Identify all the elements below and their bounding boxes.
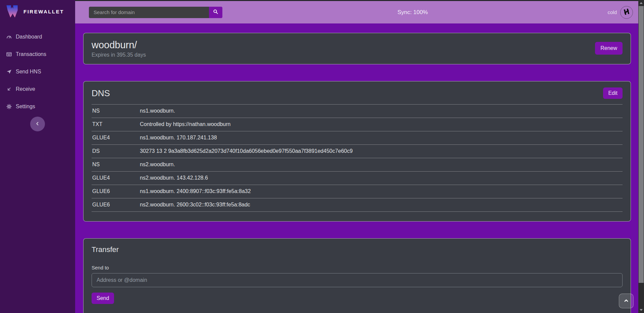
dns-record-row: GLUE6 ns1.woodburn. 2400:8907::f03c:93ff… bbox=[92, 185, 623, 198]
domain-search bbox=[89, 7, 222, 18]
topbar: Sync: 100% cold bbox=[75, 1, 638, 23]
dns-record-type: TXT bbox=[92, 121, 140, 127]
search-input[interactable] bbox=[89, 7, 209, 18]
domain-card: woodburn/ Expires in 395.35 days Renew bbox=[83, 33, 631, 64]
edit-dns-button[interactable]: Edit bbox=[603, 87, 623, 99]
dns-title: DNS bbox=[92, 87, 110, 99]
search-button[interactable] bbox=[209, 7, 222, 18]
domain-title: woodburn/ bbox=[92, 39, 146, 51]
chevron-left-icon bbox=[35, 121, 40, 127]
sidebar-item-label: Settings bbox=[16, 102, 35, 111]
transfer-title: Transfer bbox=[92, 245, 623, 255]
send-icon bbox=[6, 69, 12, 75]
send-to-label: Send to bbox=[92, 265, 623, 270]
vertical-scrollbar[interactable] bbox=[638, 0, 644, 313]
sidebar-item-settings[interactable]: Settings bbox=[0, 98, 75, 115]
scrollbar-up-arrow-icon[interactable] bbox=[638, 0, 644, 6]
dns-record-row: GLUE4 ns2.woodburn. 143.42.128.6 bbox=[92, 171, 623, 185]
main-area: Sync: 100% cold woodburn/ bbox=[75, 0, 638, 313]
wallet-name: cold bbox=[607, 9, 617, 15]
content: woodburn/ Expires in 395.35 days Renew D… bbox=[75, 23, 638, 313]
transactions-icon bbox=[6, 51, 12, 57]
sidebar-item-send-hns[interactable]: Send HNS bbox=[0, 63, 75, 80]
dns-card: DNS Edit NS ns1.woodburn. TXT Controlled… bbox=[83, 81, 631, 222]
receive-icon bbox=[6, 86, 12, 92]
dns-record-value: ns2.woodburn. 2600:3c02::f03c:93ff:fe5a:… bbox=[140, 202, 623, 208]
sidebar-item-receive[interactable]: Receive bbox=[0, 80, 75, 98]
dns-record-value: ns1.woodburn. 170.187.241.138 bbox=[140, 135, 623, 141]
dns-card-header: DNS Edit bbox=[92, 87, 623, 99]
dns-record-type: DS bbox=[92, 148, 140, 154]
dns-record-row: GLUE6 ns2.woodburn. 2600:3c02::f03c:93ff… bbox=[92, 198, 623, 212]
brand-header: FIREWALLET bbox=[0, 0, 75, 22]
brand-name: FIREWALLET bbox=[23, 9, 64, 14]
dns-record-row: DS 30273 13 2 9a3a8fb3d625d2a2073d740f10… bbox=[92, 144, 623, 158]
transfer-address-input[interactable] bbox=[92, 273, 623, 287]
scrollbar-thumb[interactable] bbox=[639, 6, 644, 283]
settings-gear-icon bbox=[6, 104, 12, 110]
sidebar-item-label: Transactions bbox=[16, 50, 46, 59]
dns-record-value: ns2.woodburn. 143.42.128.6 bbox=[140, 175, 623, 181]
dns-record-type: NS bbox=[92, 108, 140, 114]
sidebar-nav: Dashboard Transactions Send HNS bbox=[0, 28, 75, 115]
sidebar-item-label: Dashboard bbox=[16, 32, 42, 42]
dns-record-value: 30273 13 2 9a3a8fb3d625d2a2073d740f10da6… bbox=[140, 148, 623, 154]
dns-record-type: GLUE6 bbox=[92, 202, 140, 208]
dns-record-type: NS bbox=[92, 162, 140, 168]
scroll-to-top-button[interactable] bbox=[619, 294, 634, 308]
handshake-logo-icon bbox=[622, 7, 631, 17]
domain-card-text: woodburn/ Expires in 395.35 days bbox=[92, 39, 146, 58]
dns-record-value: ns2.woodburn. bbox=[140, 162, 623, 168]
sidebar-item-label: Receive bbox=[16, 84, 35, 94]
sidebar-item-dashboard[interactable]: Dashboard bbox=[0, 28, 75, 46]
dns-records-table: NS ns1.woodburn. TXT Controlled by https… bbox=[92, 104, 623, 212]
search-icon bbox=[213, 9, 219, 16]
domain-expiry: Expires in 395.35 days bbox=[92, 52, 146, 58]
sidebar-collapse-button[interactable] bbox=[30, 117, 45, 131]
transfer-card: Transfer Send to Send bbox=[83, 238, 631, 313]
dns-record-row: NS ns1.woodburn. bbox=[92, 104, 623, 118]
renew-button[interactable]: Renew bbox=[595, 42, 623, 55]
sync-status: Sync: 100% bbox=[397, 9, 428, 16]
dns-record-type: GLUE4 bbox=[92, 135, 140, 141]
sidebar-item-transactions[interactable]: Transactions bbox=[0, 46, 75, 63]
scrollbar-down-arrow-icon[interactable] bbox=[638, 307, 644, 313]
dns-record-value: Controlled by https://nathan.woodburn bbox=[140, 121, 623, 127]
dns-record-row: GLUE4 ns1.woodburn. 170.187.241.138 bbox=[92, 131, 623, 144]
topbar-right: cold bbox=[607, 6, 633, 19]
dns-record-type: GLUE6 bbox=[92, 188, 140, 194]
firewallet-logo-icon bbox=[5, 4, 19, 19]
send-button[interactable]: Send bbox=[92, 293, 114, 304]
chevron-up-icon bbox=[623, 297, 630, 305]
dns-record-value: ns1.woodburn. 2400:8907::f03c:93ff:fe5a:… bbox=[140, 188, 623, 194]
dns-record-type: GLUE4 bbox=[92, 175, 140, 181]
sidebar: FIREWALLET Dashboard Transactions bbox=[0, 0, 75, 313]
wallet-avatar-button[interactable] bbox=[620, 6, 633, 19]
dns-record-row: TXT Controlled by https://nathan.woodbur… bbox=[92, 118, 623, 131]
dns-record-row: NS ns2.woodburn. bbox=[92, 158, 623, 171]
sidebar-item-label: Send HNS bbox=[16, 67, 41, 76]
dashboard-icon bbox=[6, 34, 12, 40]
dns-record-value: ns1.woodburn. bbox=[140, 108, 623, 114]
